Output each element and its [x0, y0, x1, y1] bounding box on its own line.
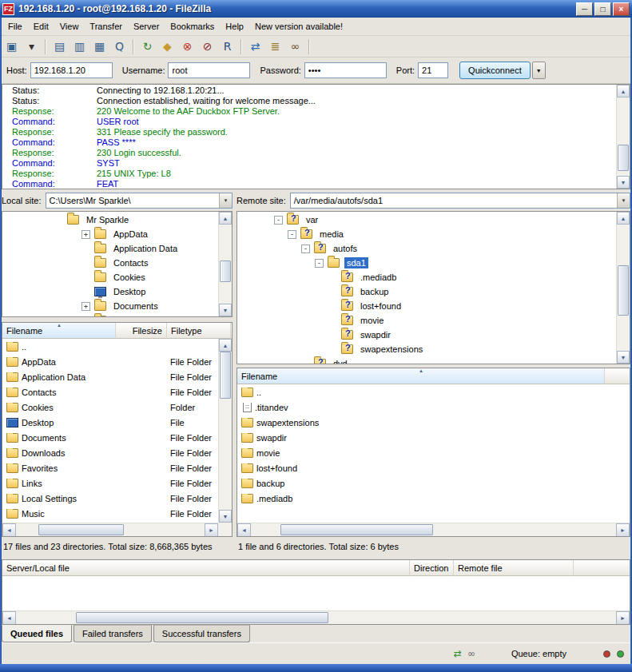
- file-row[interactable]: movie: [237, 445, 630, 460]
- file-row[interactable]: Desktop File: [2, 415, 218, 430]
- quickconnect-button[interactable]: Quickconnect: [459, 62, 531, 79]
- scroll-left-button[interactable]: ◄: [2, 523, 16, 537]
- file-row[interactable]: AppData File Folder: [2, 354, 218, 369]
- toggle-log-button[interactable]: ▤: [50, 38, 70, 55]
- tree-item[interactable]: lost+found: [237, 299, 616, 313]
- toggle-queue-button[interactable]: Q: [109, 38, 129, 55]
- password-input[interactable]: [304, 62, 387, 78]
- tree-expander-icon[interactable]: +: [81, 302, 90, 311]
- compare-button[interactable]: ⇄: [245, 38, 265, 55]
- reconnect-button[interactable]: R: [217, 38, 237, 55]
- tree-item[interactable]: movie: [237, 313, 616, 328]
- remote-site-combobox[interactable]: /var/media/autofs/sda1 ▼: [290, 193, 630, 209]
- tree-expander-icon[interactable]: -: [274, 216, 283, 225]
- username-input[interactable]: [168, 62, 250, 78]
- titlebar[interactable]: FZ 192.168.1.20 - root@192.168.1.20 - Fi…: [0, 0, 632, 18]
- tree-item[interactable]: + Documents: [2, 299, 218, 313]
- file-row[interactable]: lost+found: [237, 460, 630, 475]
- local-tree-scrollbar[interactable]: ▲ ▼: [218, 212, 232, 316]
- column-header-filetype[interactable]: Filetype: [167, 323, 231, 339]
- cancel-button[interactable]: ⊗: [177, 38, 197, 55]
- file-row[interactable]: .titandev: [237, 400, 630, 415]
- tree-item[interactable]: + AppData: [2, 227, 218, 241]
- port-input[interactable]: [418, 62, 448, 78]
- tree-item[interactable]: Desktop: [2, 284, 218, 299]
- menu-item[interactable]: Edit: [28, 19, 54, 34]
- queue-tab[interactable]: Queued files: [2, 625, 72, 642]
- menu-item[interactable]: Server: [128, 19, 165, 34]
- file-row[interactable]: Local Settings File Folder: [2, 491, 218, 506]
- file-row[interactable]: Contacts File Folder: [2, 384, 218, 400]
- local-site-combobox[interactable]: C:\Users\Mr Sparkle\ ▼: [46, 193, 233, 209]
- sync-browsing-icon[interactable]: ⇄: [454, 648, 462, 659]
- toggle-local-tree-button[interactable]: ▥: [70, 38, 89, 55]
- tree-item[interactable]: swapextensions: [237, 342, 616, 356]
- scroll-up-button[interactable]: ▲: [617, 85, 630, 97]
- tree-item[interactable]: - autofs: [237, 241, 616, 256]
- scroll-right-button[interactable]: ►: [205, 523, 218, 537]
- file-row[interactable]: Downloads File Folder: [2, 445, 218, 460]
- scroll-track[interactable]: [16, 523, 205, 536]
- scroll-up-button[interactable]: ▲: [219, 212, 232, 225]
- column-header-filesize[interactable]: Filesize: [116, 323, 167, 339]
- tree-item[interactable]: - sda1: [237, 256, 616, 270]
- tree-item[interactable]: swapdir: [237, 328, 616, 342]
- quickconnect-dropdown[interactable]: ▼: [532, 62, 546, 79]
- menu-item[interactable]: Bookmarks: [165, 19, 220, 34]
- tree-item[interactable]: dvd: [237, 356, 616, 364]
- queue-hscrollbar[interactable]: ◄ ►: [2, 610, 630, 624]
- chevron-down-icon[interactable]: ▼: [617, 193, 630, 208]
- maximize-button[interactable]: □: [594, 2, 611, 16]
- file-row[interactable]: swapextensions: [237, 415, 630, 430]
- minimize-button[interactable]: ─: [576, 2, 593, 16]
- scroll-thumb[interactable]: [280, 524, 434, 535]
- chevron-down-icon[interactable]: ▼: [219, 193, 232, 208]
- remote-tree-scrollbar[interactable]: ▲ ▼: [616, 212, 630, 364]
- menu-item[interactable]: New version available!: [249, 19, 348, 34]
- tree-item[interactable]: Application Data: [2, 241, 218, 256]
- scroll-thumb[interactable]: [618, 265, 629, 316]
- queue-tab[interactable]: Failed transfers: [74, 625, 152, 642]
- scroll-track[interactable]: [219, 352, 232, 510]
- file-row[interactable]: ..: [237, 384, 630, 400]
- filter-button[interactable]: ≣: [265, 38, 285, 55]
- menu-item[interactable]: View: [54, 19, 85, 34]
- column-header-local-file[interactable]: Server/Local file: [2, 560, 410, 576]
- scroll-down-button[interactable]: ▼: [219, 304, 232, 316]
- local-list-hscrollbar[interactable]: ◄ ►: [2, 523, 218, 536]
- scroll-up-button[interactable]: ▲: [219, 339, 232, 352]
- directory-comparison-icon[interactable]: ∞: [467, 648, 475, 659]
- scroll-right-button[interactable]: ►: [616, 611, 630, 625]
- file-row[interactable]: Music File Folder: [2, 506, 218, 521]
- tree-item[interactable]: - media: [237, 227, 616, 241]
- scroll-down-button[interactable]: ▼: [617, 176, 630, 189]
- file-row[interactable]: Documents File Folder: [2, 430, 218, 445]
- site-manager-button[interactable]: ▣: [2, 38, 22, 55]
- scroll-down-button[interactable]: ▼: [617, 351, 630, 364]
- scroll-track[interactable]: [251, 523, 616, 536]
- tree-item[interactable]: Mr Sparkle: [2, 213, 218, 227]
- menu-item[interactable]: File: [2, 19, 28, 34]
- find-button[interactable]: ∞: [285, 38, 305, 55]
- scroll-track[interactable]: [617, 225, 630, 351]
- queue-tab[interactable]: Successful transfers: [153, 625, 250, 642]
- tree-item[interactable]: Contacts: [2, 256, 218, 270]
- tree-item[interactable]: + Downloads: [2, 313, 218, 316]
- host-input[interactable]: [30, 62, 113, 78]
- scroll-track[interactable]: [16, 611, 616, 624]
- scroll-up-button[interactable]: ▲: [617, 212, 630, 225]
- tree-item[interactable]: .mediadb: [237, 270, 616, 284]
- tree-expander-icon[interactable]: +: [81, 316, 90, 317]
- site-manager-dropdown[interactable]: ▾: [22, 38, 42, 55]
- file-row[interactable]: Application Data File Folder: [2, 369, 218, 384]
- tree-expander-icon[interactable]: +: [81, 230, 90, 239]
- process-queue-button[interactable]: ◆: [157, 38, 177, 55]
- menu-item[interactable]: Help: [220, 19, 249, 34]
- file-row[interactable]: backup: [237, 475, 630, 491]
- close-button[interactable]: ×: [613, 2, 630, 16]
- file-row[interactable]: Links File Folder: [2, 475, 218, 491]
- file-row[interactable]: swapdir: [237, 430, 630, 445]
- column-header-filename[interactable]: ▲ Filename: [237, 368, 605, 384]
- scroll-thumb[interactable]: [38, 524, 123, 535]
- tree-expander-icon[interactable]: -: [301, 245, 310, 253]
